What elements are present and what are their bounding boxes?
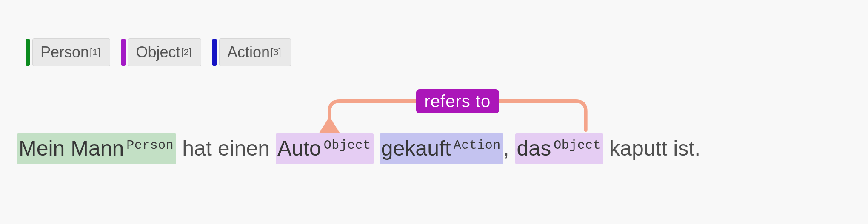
legend-item-object[interactable]: Object[2] [121, 38, 202, 66]
entity-text: gekauft [381, 136, 451, 160]
text [374, 136, 380, 160]
relation-label-text: refers to [425, 92, 491, 111]
text: hat einen [176, 136, 276, 160]
entity-person[interactable]: Mein MannPerson [17, 133, 176, 164]
entity-tag: Object [324, 138, 371, 153]
legend-label: Action [227, 43, 270, 61]
annotation-canvas: Person[1] Object[2] Action[3] refers to [0, 0, 868, 224]
entity-object[interactable]: AutoObject [276, 133, 374, 164]
entity-tag: Person [126, 138, 174, 153]
entity-tag: Object [554, 138, 601, 153]
entity-tag: Action [454, 138, 501, 153]
legend-item-action[interactable]: Action[3] [212, 38, 291, 66]
legend-label: Person [40, 43, 89, 61]
entity-text: das [517, 136, 551, 160]
legend-stripe-icon [26, 39, 30, 66]
legend-stripe-icon [212, 39, 217, 66]
legend-index: [3] [271, 47, 281, 58]
legend-index: [1] [90, 47, 100, 58]
entity-object[interactable]: dasObject [515, 133, 604, 164]
entity-text: Auto [277, 136, 321, 160]
legend-item-person[interactable]: Person[1] [26, 38, 110, 66]
entity-text: Mein Mann [19, 136, 124, 160]
legend-index: [2] [181, 47, 191, 58]
text: kaputt ist. [603, 136, 700, 160]
legend-chip: Person[1] [32, 38, 110, 66]
text: , [503, 136, 515, 160]
legend-stripe-icon [121, 39, 126, 66]
legend: Person[1] Object[2] Action[3] [26, 38, 291, 66]
legend-chip: Object[2] [128, 38, 202, 66]
entity-action[interactable]: gekauftAction [380, 133, 503, 164]
legend-label: Object [136, 43, 180, 61]
legend-chip: Action[3] [219, 38, 291, 66]
annotated-sentence: Mein MannPerson hat einen AutoObject gek… [17, 133, 700, 164]
relation-label[interactable]: refers to [416, 89, 500, 113]
